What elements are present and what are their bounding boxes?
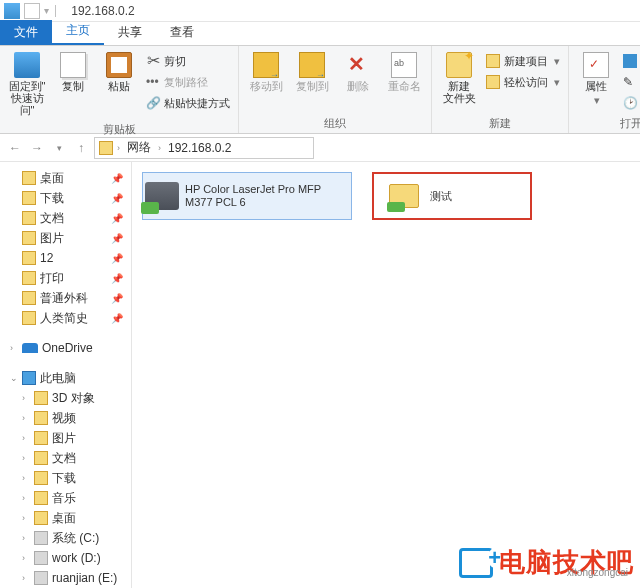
chevron-right-icon: ›	[158, 143, 161, 153]
chevron-right-icon: ›	[22, 473, 30, 483]
tree-item[interactable]: ›下载	[2, 468, 129, 488]
tree-item[interactable]: ›桌面	[2, 508, 129, 528]
new-item-icon	[486, 54, 500, 68]
tree-onedrive[interactable]: ›OneDrive	[2, 338, 129, 358]
edit-button[interactable]: ✎编辑	[621, 73, 640, 91]
folder-icon	[34, 391, 48, 405]
onedrive-icon	[22, 343, 38, 353]
easy-access-button[interactable]: 轻松访问▾	[484, 73, 562, 91]
new-folder-button[interactable]: 新建 文件夹	[438, 48, 480, 108]
tab-file[interactable]: 文件	[0, 20, 52, 45]
folder-icon	[22, 211, 36, 225]
tab-view[interactable]: 查看	[156, 20, 208, 45]
new-item-button[interactable]: 新建项目▾	[484, 52, 562, 70]
group-new: 新建 文件夹 新建项目▾ 轻松访问▾ 新建	[432, 46, 569, 133]
folder-icon	[34, 451, 48, 465]
chevron-right-icon: ›	[22, 493, 30, 503]
printer-icon	[145, 176, 179, 216]
pin-icon: 📌	[111, 173, 123, 184]
tree-item[interactable]: 普通外科📌	[2, 288, 129, 308]
item-label: 测试	[430, 190, 452, 203]
recent-button[interactable]: ▾	[50, 139, 68, 157]
crumb-network[interactable]: 网络	[124, 139, 154, 156]
folder-icon	[34, 471, 48, 485]
tree-item[interactable]: 人类简史📌	[2, 308, 129, 328]
chevron-right-icon: ›	[117, 143, 120, 153]
tab-share[interactable]: 共享	[104, 20, 156, 45]
history-button[interactable]: 🕑历史记录	[621, 94, 640, 112]
folder-icon	[34, 431, 48, 445]
pin-icon	[14, 52, 40, 78]
tab-home[interactable]: 主页	[52, 18, 104, 45]
tree-drive[interactable]: ›work (D:)	[2, 548, 129, 568]
open-button[interactable]: 打开▾	[621, 52, 640, 70]
pin-icon: 📌	[111, 213, 123, 224]
properties-icon	[583, 52, 609, 78]
ribbon-tabs: 文件 主页 共享 查看	[0, 22, 640, 46]
file-icon[interactable]	[24, 3, 40, 19]
tree-this-pc[interactable]: ⌄此电脑	[2, 368, 129, 388]
paste-icon	[106, 52, 132, 78]
navigation-tree[interactable]: 桌面📌下载📌文档📌图片📌12📌打印📌普通外科📌人类简史📌 ›OneDrive ⌄…	[0, 162, 132, 588]
tree-item[interactable]: ›3D 对象	[2, 388, 129, 408]
item-shared-folder[interactable]: 测试	[372, 172, 532, 220]
chevron-right-icon: ›	[22, 533, 30, 543]
tree-item[interactable]: ›文档	[2, 448, 129, 468]
watermark-icon	[459, 548, 493, 578]
tree-item[interactable]: 图片📌	[2, 228, 129, 248]
delete-icon	[345, 52, 371, 78]
chevron-right-icon: ›	[10, 343, 18, 353]
tree-drive[interactable]: ›系统 (C:)	[2, 528, 129, 548]
copy-to-button[interactable]: 复制到	[291, 48, 333, 96]
pin-quickaccess-button[interactable]: 固定到" 快速访问"	[6, 48, 48, 120]
copyto-icon	[299, 52, 325, 78]
folder-icon	[22, 291, 36, 305]
items-pane[interactable]: HP Color LaserJet Pro MFP M377 PCL 6 测试	[132, 162, 640, 588]
tree-item[interactable]: 12📌	[2, 248, 129, 268]
shared-folder-icon	[384, 176, 424, 216]
tree-item[interactable]: ›音乐	[2, 488, 129, 508]
tree-item[interactable]: 桌面📌	[2, 168, 129, 188]
move-to-button[interactable]: 移动到	[245, 48, 287, 96]
chevron-right-icon: ›	[22, 513, 30, 523]
breadcrumb[interactable]: › 网络 › 192.168.0.2	[94, 137, 314, 159]
tree-item[interactable]: 下载📌	[2, 188, 129, 208]
qat-dropdown-icon[interactable]: ▾	[44, 5, 49, 16]
address-bar: ← → ▾ ↑ › 网络 › 192.168.0.2	[0, 134, 640, 162]
tree-item[interactable]: ›视频	[2, 408, 129, 428]
folder-icon	[22, 231, 36, 245]
properties-button[interactable]: 属性▾	[575, 48, 617, 110]
rename-button[interactable]: 重命名	[383, 48, 425, 96]
pc-icon	[22, 371, 36, 385]
watermark-sub: xitongzongcai	[567, 567, 628, 578]
tree-item[interactable]: ›图片	[2, 428, 129, 448]
item-label: HP Color LaserJet Pro MFP M377 PCL 6	[185, 183, 349, 209]
forward-button[interactable]: →	[28, 139, 46, 157]
folder-icon	[22, 271, 36, 285]
edit-icon: ✎	[623, 75, 637, 89]
tree-drive[interactable]: ›ruanjian (E:)	[2, 568, 129, 588]
delete-button[interactable]: 删除	[337, 48, 379, 96]
chevron-right-icon: ›	[22, 553, 30, 563]
shortcut-icon: 🔗	[146, 96, 160, 110]
crumb-address[interactable]: 192.168.0.2	[165, 141, 234, 155]
scissors-icon: ✂	[146, 54, 160, 68]
copy-path-button[interactable]: •••复制路径	[144, 73, 232, 91]
paste-button[interactable]: 粘贴	[98, 48, 140, 96]
group-open: 属性▾ 打开▾ ✎编辑 🕑历史记录 打开	[569, 46, 640, 133]
paste-shortcut-button[interactable]: 🔗粘贴快捷方式	[144, 94, 232, 112]
back-button[interactable]: ←	[6, 139, 24, 157]
pin-icon: 📌	[111, 233, 123, 244]
tree-item[interactable]: 文档📌	[2, 208, 129, 228]
pin-icon: 📌	[111, 293, 123, 304]
item-printer[interactable]: HP Color LaserJet Pro MFP M377 PCL 6	[142, 172, 352, 220]
chevron-right-icon: ›	[22, 393, 30, 403]
up-button[interactable]: ↑	[72, 139, 90, 157]
folder-icon[interactable]	[4, 3, 20, 19]
copy-button[interactable]: 复制	[52, 48, 94, 96]
group-organize: 移动到 复制到 删除 重命名 组织	[239, 46, 432, 133]
easy-access-icon	[486, 75, 500, 89]
open-icon	[623, 54, 637, 68]
tree-item[interactable]: 打印📌	[2, 268, 129, 288]
cut-button[interactable]: ✂剪切	[144, 52, 232, 70]
